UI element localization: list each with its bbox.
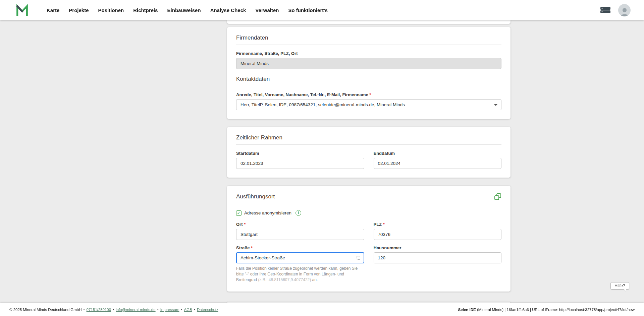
nav-item-positionen[interactable]: Positionen xyxy=(98,7,124,13)
zeitraum-card: Zeitlicher Rahmen Startdatum Enddatum xyxy=(227,127,511,178)
footer: © 2025 Mineral Minds Deutschland GmbH • … xyxy=(0,303,644,316)
plz-field: PLZ * xyxy=(374,222,502,240)
strasse-field: Straße * Falls die Position keiner Straß… xyxy=(236,245,364,283)
anonymize-row: ✓ Adresse anonymisieren i xyxy=(236,210,501,216)
strasse-label: Straße * xyxy=(236,245,364,250)
info-icon[interactable]: i xyxy=(296,210,301,216)
ausfuehrungsort-card: Ausführungsort ✓ Adresse anonymisieren i… xyxy=(227,186,511,292)
hausnummer-input[interactable] xyxy=(374,252,502,263)
section-title-ausfuehrungsort: Ausführungsort xyxy=(236,193,275,200)
nav-item-richtpreis[interactable]: Richtpreis xyxy=(133,7,158,13)
helper-part3: an. xyxy=(311,277,318,282)
required-marker: * xyxy=(369,92,371,97)
user-avatar[interactable] xyxy=(618,4,631,16)
plz-input[interactable] xyxy=(374,229,502,240)
copy-icon[interactable] xyxy=(494,193,501,200)
footer-link-phone[interactable]: 07151/250100 xyxy=(87,308,111,312)
strasse-helper-text: Falls die Position keiner Straße zugeord… xyxy=(236,266,364,283)
hausnummer-field: Hausnummer xyxy=(374,245,502,283)
nav-item-projekte[interactable]: Projekte xyxy=(69,7,89,13)
server-icon[interactable] xyxy=(600,6,611,14)
startdatum-field: Startdatum xyxy=(236,151,364,169)
footer-link-agb[interactable]: AGB xyxy=(184,308,192,312)
main-nav: Karte Projekte Positionen Richtpreis Ein… xyxy=(47,7,328,13)
footer-separator: • xyxy=(181,308,182,312)
plz-label-text: PLZ xyxy=(374,222,382,227)
help-button[interactable]: Hilfe? xyxy=(610,282,629,290)
enddatum-field: Enddatum xyxy=(374,151,502,169)
startdatum-label: Startdatum xyxy=(236,151,364,156)
footer-copyright: © 2025 Mineral Minds Deutschland GmbH xyxy=(9,308,82,312)
required-marker: * xyxy=(251,245,253,250)
footer-separator: • xyxy=(84,308,85,312)
zeitraum-header: Zeitlicher Rahmen xyxy=(236,134,501,145)
strasse-input[interactable] xyxy=(236,252,364,263)
footer-right: Selen IDE (Mineral Minds) | 16fae1ffc6a6… xyxy=(458,308,635,312)
firmendaten-card: Firmendaten Firmenname, Straße, PLZ, Ort… xyxy=(227,27,511,119)
plz-label: PLZ * xyxy=(374,222,502,227)
footer-left: © 2025 Mineral Minds Deutschland GmbH • … xyxy=(9,308,218,312)
navbar-right xyxy=(600,4,631,16)
person-icon xyxy=(619,7,630,16)
nav-item-einbauweisen[interactable]: Einbauweisen xyxy=(167,7,201,13)
ausfuehrungsort-header: Ausführungsort xyxy=(236,193,501,204)
nav-item-so-funktionierts[interactable]: So funktioniert's xyxy=(288,7,328,13)
anonymize-label: Adresse anonymisieren xyxy=(244,210,291,215)
section-title-firmendaten: Firmendaten xyxy=(236,35,268,41)
ort-input[interactable] xyxy=(236,229,364,240)
enddatum-input[interactable] xyxy=(374,158,502,169)
footer-separator: • xyxy=(194,308,195,312)
kontakt-select-value: Herr, TitelP, Selen, IDE, 0987/654321, s… xyxy=(240,102,405,107)
section-title-zeitraum: Zeitlicher Rahmen xyxy=(236,134,282,141)
footer-link-datenschutz[interactable]: Datenschutz xyxy=(197,308,218,312)
footer-link-impressum[interactable]: Impressum xyxy=(160,308,179,312)
anonymize-checkbox[interactable]: ✓ xyxy=(236,210,241,216)
footer-link-email[interactable]: info@mineral-minds.de xyxy=(116,308,155,312)
ort-label: Ort * xyxy=(236,222,364,227)
company-input xyxy=(236,58,501,69)
footer-separator: • xyxy=(113,308,114,312)
firmendaten-header: Firmendaten xyxy=(236,35,501,45)
helper-coords-example: (z.B.: 48.8115607,9.4077422) xyxy=(258,277,311,282)
mineral-minds-logo[interactable] xyxy=(15,3,29,17)
nav-item-karte[interactable]: Karte xyxy=(47,7,59,13)
nav-item-verwalten[interactable]: Verwalten xyxy=(255,7,279,13)
nav-item-analyse-check[interactable]: Analyse Check xyxy=(210,7,246,13)
kontakt-field-label: Anrede, Titel, Vorname, Nachname, Tel.-N… xyxy=(236,92,501,97)
loading-spinner-icon xyxy=(356,256,361,260)
footer-app-info: (Mineral Minds) | 16fae1ffc6a6 | URL of … xyxy=(477,308,635,312)
footer-separator: • xyxy=(157,308,159,312)
kontaktdaten-header: Kontaktdaten xyxy=(236,76,501,86)
kontakt-field-label-text: Anrede, Titel, Vorname, Nachname, Tel.-N… xyxy=(236,92,368,97)
hausnummer-label: Hausnummer xyxy=(374,245,502,250)
top-navbar: Karte Projekte Positionen Richtpreis Ein… xyxy=(0,0,644,20)
enddatum-label: Enddatum xyxy=(374,151,502,156)
form-content: Firmendaten Firmenname, Straße, PLZ, Ort… xyxy=(227,20,511,309)
section-title-kontaktdaten: Kontaktdaten xyxy=(236,76,270,82)
kontakt-select[interactable]: Herr, TitelP, Selen, IDE, 0987/654321, s… xyxy=(236,99,501,110)
ort-label-text: Ort xyxy=(236,222,243,227)
footer-app-name: Selen IDE xyxy=(458,308,476,312)
required-marker: * xyxy=(244,222,246,227)
ort-field: Ort * xyxy=(236,222,364,240)
chevron-down-icon xyxy=(494,104,497,106)
previous-card-partial xyxy=(227,20,511,24)
strasse-label-text: Straße xyxy=(236,245,250,250)
company-field-label: Firmenname, Straße, PLZ, Ort xyxy=(236,51,501,56)
required-marker: * xyxy=(383,222,385,227)
startdatum-input[interactable] xyxy=(236,158,364,169)
